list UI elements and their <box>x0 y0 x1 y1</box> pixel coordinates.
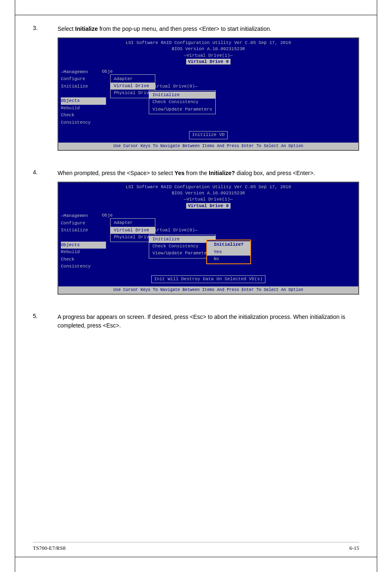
bios2-menu-configure: Configure <box>61 220 106 227</box>
step-5: 5. A progress bar appears on screen. If … <box>33 313 359 334</box>
bios1-title: LSI Software RAID Configuration Utility … <box>61 40 356 46</box>
bios2-sub2-view-update: View/Update Parameters <box>149 250 215 257</box>
bios2-menu-check-consistency: Check Consistency <box>61 256 106 270</box>
bios2-menu-rebuild: Rebuild <box>61 249 106 256</box>
bios1-menu-blank <box>61 90 106 97</box>
bios1-menu-rebuild: Rebuild <box>61 105 106 112</box>
bios2-vd-header: Virtual Drive(1) <box>187 197 230 202</box>
bios1-initvd: Initilize VD <box>189 131 227 139</box>
footer-right: 6-15 <box>349 545 359 551</box>
bios2-sub2-check-consistency: Check Consistency <box>149 243 215 250</box>
bios2-left-menu: —Managemen Configure Initialize Objects … <box>61 212 106 270</box>
bios2-init-dialog: Initialize? Yes No <box>206 240 251 264</box>
bios2-obje-label: Obje <box>102 213 113 218</box>
bios1-center: Initilize VD <box>58 128 358 141</box>
bios1-footer: Use Cursor Keys To Navigate Between Item… <box>58 143 358 150</box>
step-3-text: Select Initialize from the pop-up menu, … <box>58 25 359 33</box>
page-footer: TS700-E7/RS8 6-15 <box>33 542 359 551</box>
bios2-dialog-no: No <box>207 256 250 263</box>
bios1-obje-label: Obje <box>102 69 113 74</box>
bios2-vd-selected: Virtual Drive 0 <box>186 203 230 209</box>
step-4-text: When prompted, press the <Space> to sele… <box>58 169 359 178</box>
bios2-menu-objects: Objects <box>61 242 106 249</box>
step-4-mid: from the <box>184 170 209 176</box>
bios1-vd0-area: —Virtual Drive(0)— Initialize Check Cons… <box>149 83 216 115</box>
bios2-center: Init Will Destroy Data On Selected VD(s) <box>58 272 358 285</box>
bios2-submenu2: Initialize Check Consistency View/Update… <box>149 235 216 258</box>
bios1-sub2-view-update: View/Update Parameters <box>149 106 215 113</box>
bios2-menu-initialize: Initialize <box>61 227 106 234</box>
bios-screen-1: LSI Software RAID Configuration Utility … <box>58 37 359 151</box>
bios2-sub2-initialize: Initialize <box>149 236 215 243</box>
bios1-vd-selected: Virtual Drive 0 <box>186 59 230 65</box>
step-4-bold1: Yes <box>175 170 184 176</box>
step-3-bold: Initialize <box>75 25 98 32</box>
bios2-title: LSI Software RAID Configuration Utility … <box>61 184 356 190</box>
step-number-5: 5. <box>33 313 58 319</box>
bios2-vd0-label: Virtual Drive(0) <box>152 228 195 233</box>
step-4-bold2: Initialize? <box>209 170 235 176</box>
bios2-dialog-yes: Yes <box>207 249 250 256</box>
footer-left: TS700-E7/RS8 <box>33 545 65 551</box>
bios1-submenu2: Initialize Check Consistency View/Update… <box>149 90 216 114</box>
bios2-sub1-adapter: Adapter <box>111 219 155 226</box>
bios2-bios-line: BIOS Version A.10.09231523R <box>61 190 356 196</box>
bios1-menu-management: —Managemen <box>61 69 106 76</box>
step-5-content: A progress bar appears on screen. If des… <box>58 313 359 334</box>
bios1-menu-check-consistency: Check Consistency <box>61 112 106 126</box>
step-5-text: A progress bar appears on screen. If des… <box>58 313 359 330</box>
bios1-left-menu: —Managemen Configure Initialize Objects … <box>61 69 106 127</box>
step-number-3: 3. <box>33 25 58 31</box>
bios1-menu-configure: Configure <box>61 76 106 83</box>
bios2-menu-area: —Managemen Configure Initialize Objects … <box>58 211 358 272</box>
bios1-menu-area: —Managemen Configure Initialize Objects … <box>58 67 358 128</box>
step-4-content: When prompted, press the <Space> to sele… <box>58 169 359 303</box>
bios2-init-destroy: Init Will Destroy Data On Selected VD(s) <box>151 275 265 283</box>
bios1-sub1-adapter: Adapter <box>111 76 155 83</box>
bios1-vd-header: Virtual Drive(1) <box>187 53 230 58</box>
bios2-footer: Use Cursor Keys To Navigate Between Item… <box>58 286 358 294</box>
bios1-vd0-label: Virtual Drive(0) <box>152 84 195 89</box>
bios2-menu-management: —Managemen <box>61 212 106 220</box>
step-4-pre: When prompted, press the <Space> to sele… <box>58 170 175 176</box>
bios1-bios-line: BIOS Version A.10.09231523R <box>61 46 356 52</box>
bios1-menu-objects: Objects <box>61 97 106 105</box>
step-4: 4. When prompted, press the <Space> to s… <box>33 169 359 303</box>
step-3-pre: Select <box>58 25 75 32</box>
bios2-vd0-area: —Virtual Drive(0)— Initialize Check Cons… <box>149 227 216 258</box>
bios2-init-dialog-title: Initialize? <box>207 241 250 248</box>
bios1-sub2-initialize: Initialize <box>149 92 215 99</box>
step-4-end: dialog box, and press <Enter>. <box>235 170 315 176</box>
bios1-menu-initialize: Initialize <box>61 83 106 90</box>
step-3-post: from the pop-up menu, and then press <En… <box>98 25 272 32</box>
step-3: 3. Select Initialize from the pop-up men… <box>33 25 359 159</box>
bios-screen-2: LSI Software RAID Configuration Utility … <box>58 182 359 295</box>
step-3-content: Select Initialize from the pop-up menu, … <box>58 25 359 159</box>
bios2-menu-blank <box>61 234 106 242</box>
bios1-sub2-check-consistency: Check Consistency <box>149 99 215 106</box>
step-number-4: 4. <box>33 169 58 175</box>
